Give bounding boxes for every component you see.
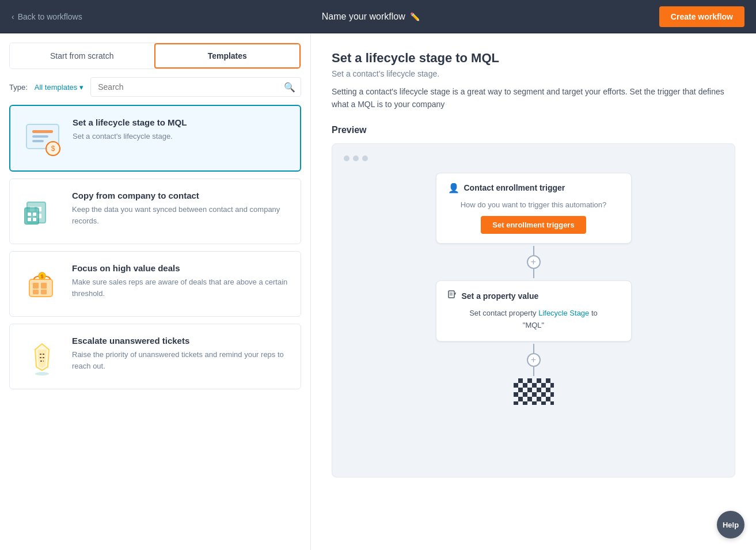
- template-icon-tickets: [21, 336, 63, 377]
- preview-area: 👤 Contact enrollment trigger How do you …: [332, 143, 735, 477]
- contact-icon: 👤: [448, 183, 459, 194]
- detail-subtitle: Set a contact's lifecycle stage.: [332, 69, 735, 78]
- template-name-deals: Focus on high value deals: [72, 263, 289, 273]
- filters-row: Type: All templates ▾ 🔍: [0, 69, 310, 105]
- workflow-container: 👤 Contact enrollment trigger How do you …: [344, 173, 723, 405]
- property-to: to: [591, 309, 598, 317]
- node1-header-text: Contact enrollment trigger: [464, 183, 565, 192]
- template-info-tickets: Escalate unanswered tickets Raise the pr…: [72, 336, 289, 371]
- add-step-button-1[interactable]: +: [527, 255, 541, 269]
- dot-1: [344, 155, 349, 161]
- template-list: $ Set a lifecycle stage to MQL Set a con…: [0, 105, 310, 399]
- lifecycle-stage-link[interactable]: Lifecycle Stage: [538, 309, 589, 317]
- help-button[interactable]: Help: [717, 511, 744, 538]
- svg-point-26: [35, 372, 49, 375]
- preview-label: Preview: [332, 125, 735, 135]
- template-desc-tickets: Raise the priority of unanswered tickets…: [72, 349, 289, 371]
- preview-window-dots: [344, 155, 723, 161]
- workflow-title-area: Name your workflow ✏️: [322, 12, 420, 22]
- search-input[interactable]: [90, 77, 301, 97]
- property-edit-icon: [448, 290, 457, 302]
- line-seg-bottom-2: [533, 367, 534, 376]
- template-card-company[interactable]: Copy from company to contact Keep the da…: [9, 179, 301, 244]
- left-panel: Start from scratch Templates Type: All t…: [0, 33, 311, 550]
- template-desc-lifecycle: Set a contact's lifecycle stage.: [73, 131, 288, 142]
- connector-2: +: [527, 344, 541, 376]
- template-name-lifecycle: Set a lifecycle stage to MQL: [73, 117, 288, 127]
- enrollment-trigger-node: 👤 Contact enrollment trigger How do you …: [436, 173, 632, 244]
- tab-switcher: Start from scratch Templates: [9, 43, 301, 69]
- svg-text:$: $: [40, 274, 43, 279]
- svg-text:$: $: [51, 145, 55, 153]
- tab-templates[interactable]: Templates: [154, 43, 301, 69]
- template-card-tickets[interactable]: Escalate unanswered tickets Raise the pr…: [9, 324, 301, 389]
- add-step-button-2[interactable]: +: [527, 353, 541, 367]
- set-enrollment-triggers-button[interactable]: Set enrollment triggers: [481, 216, 586, 234]
- template-icon-lifecycle: $: [22, 117, 63, 159]
- svg-rect-19: [33, 290, 39, 294]
- line-seg-bottom: [533, 269, 534, 278]
- type-dropdown-label: All templates: [35, 83, 77, 92]
- template-name-tickets: Escalate unanswered tickets: [72, 336, 289, 346]
- edit-workflow-name-icon[interactable]: ✏️: [410, 12, 420, 21]
- back-chevron-icon: ‹: [12, 12, 14, 21]
- svg-rect-15: [33, 218, 36, 221]
- template-desc-deals: Make sure sales reps are aware of deals …: [72, 276, 289, 299]
- svg-rect-14: [28, 218, 31, 221]
- svg-rect-13: [33, 213, 36, 216]
- template-card-lifecycle[interactable]: $ Set a lifecycle stage to MQL Set a con…: [9, 105, 301, 172]
- workflow-name-text: Name your workflow: [322, 12, 405, 22]
- search-box: 🔍: [90, 77, 301, 97]
- node2-body: Set contact property Lifecycle Stage to …: [448, 308, 620, 332]
- right-panel: Set a lifecycle stage to MQL Set a conta…: [311, 33, 756, 550]
- template-info-deals: Focus on high value deals Make sure sale…: [72, 263, 289, 299]
- top-nav: ‹ Back to workflows Name your workflow ✏…: [0, 0, 756, 33]
- node2-header-text: Set a property value: [462, 291, 539, 301]
- template-info-company: Copy from company to contact Keep the da…: [72, 191, 289, 226]
- main-layout: Start from scratch Templates Type: All t…: [0, 33, 756, 550]
- svg-rect-2: [32, 135, 48, 138]
- node1-body-text: How do you want to trigger this automati…: [448, 199, 620, 211]
- back-button[interactable]: ‹ Back to workflows: [12, 12, 82, 21]
- node2-header: Set a property value: [448, 290, 620, 302]
- svg-rect-3: [32, 140, 44, 142]
- connector-1: +: [527, 246, 541, 278]
- detail-title: Set a lifecycle stage to MQL: [332, 51, 735, 66]
- template-name-company: Copy from company to contact: [72, 191, 289, 200]
- node1-body: How do you want to trigger this automati…: [448, 199, 620, 234]
- svg-rect-1: [32, 130, 53, 133]
- workflow-end-marker: [514, 378, 554, 405]
- node1-header: 👤 Contact enrollment trigger: [448, 183, 620, 194]
- type-dropdown[interactable]: All templates ▾: [35, 83, 83, 92]
- svg-rect-20: [41, 290, 47, 294]
- dot-2: [353, 155, 359, 161]
- tab-start-from-scratch[interactable]: Start from scratch: [10, 43, 154, 69]
- dot-3: [362, 155, 368, 161]
- line-seg-top-2: [533, 344, 534, 353]
- svg-rect-12: [28, 213, 31, 216]
- svg-rect-27: [449, 291, 454, 298]
- create-workflow-button[interactable]: Create workflow: [659, 6, 744, 27]
- template-card-deals[interactable]: $ Focus on high value deals Make sure sa…: [9, 251, 301, 317]
- template-desc-company: Keep the data you want synced between co…: [72, 204, 289, 226]
- detail-description: Setting a contact's lifecycle stage is a…: [332, 85, 735, 111]
- search-icon: 🔍: [284, 82, 295, 93]
- back-label: Back to workflows: [18, 12, 82, 21]
- set-property-node: Set a property value Set contact propert…: [436, 280, 632, 342]
- type-filter-label: Type:: [9, 83, 28, 92]
- svg-rect-11: [25, 208, 39, 224]
- line-seg-top: [533, 246, 534, 255]
- template-icon-deals: $: [21, 263, 63, 305]
- property-text: Set contact property Lifecycle Stage to …: [448, 308, 620, 332]
- property-prefix: Set contact property: [469, 309, 536, 317]
- template-info-lifecycle: Set a lifecycle stage to MQL Set a conta…: [73, 117, 288, 142]
- chevron-down-icon: ▾: [79, 83, 83, 92]
- template-icon-company: [21, 191, 63, 232]
- svg-rect-17: [33, 283, 39, 289]
- property-value: "MQL": [523, 321, 544, 329]
- svg-rect-18: [41, 283, 47, 289]
